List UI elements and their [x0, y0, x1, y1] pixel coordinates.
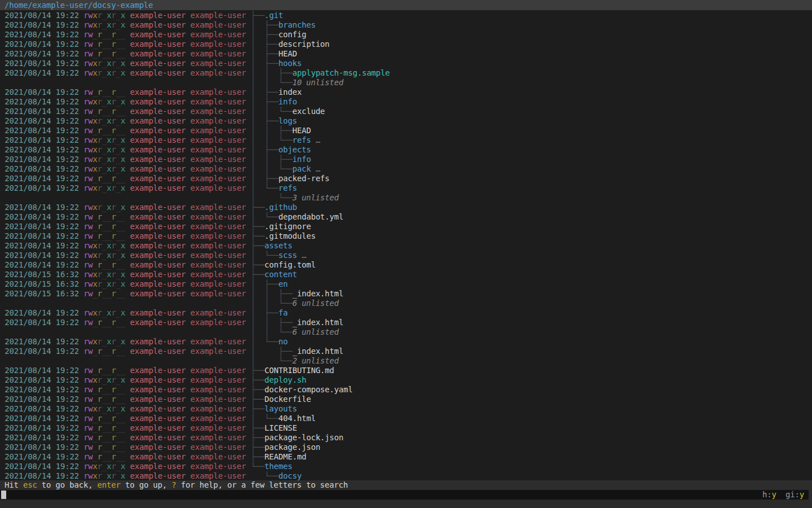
entry-name[interactable]: pack	[292, 164, 311, 173]
tree-row[interactable]: 2021/08/14 19:22 rw_r__r__ example-user …	[0, 433, 812, 443]
entry-name[interactable]: applypatch-msg.sample	[292, 68, 390, 77]
entry-name[interactable]: _index.html	[292, 318, 343, 327]
entry-name[interactable]: themes	[264, 462, 292, 471]
entry-name[interactable]: layouts	[264, 404, 297, 413]
entry-name[interactable]: README.md	[264, 452, 306, 461]
tree-row[interactable]: 2021/08/14 19:22 rwxr_xr_x example-user …	[0, 203, 812, 212]
entry-name[interactable]: 6 unlisted	[292, 299, 338, 308]
entry-name[interactable]: en	[279, 279, 288, 288]
entry-name[interactable]: 2 unlisted	[292, 356, 338, 365]
entry-name[interactable]: 404.html	[279, 414, 316, 423]
entry-name[interactable]: _index.html	[292, 289, 343, 298]
entry-name[interactable]: branches	[279, 20, 316, 29]
tree-row[interactable]: 2021/08/14 19:22 rwxr_xr_x example-user …	[0, 337, 812, 347]
tree-row[interactable]: 2021/08/14 19:22 rw_r__r__ example-user …	[0, 366, 812, 375]
tree-row[interactable]: 2021/08/14 19:22 rw_r__r__ example-user …	[0, 126, 812, 135]
entry-name[interactable]: refs	[279, 183, 297, 192]
tree-row[interactable]: 2021/08/14 19:22 rwxr_xr_x example-user …	[0, 251, 812, 260]
tree-row[interactable]: 2021/08/14 19:22 rwxr_xr_x example-user …	[0, 116, 812, 126]
entry-name[interactable]: fa	[279, 308, 288, 317]
entry-name[interactable]: 3 unlisted	[292, 193, 338, 202]
entry-name[interactable]: config	[279, 30, 306, 39]
entry-name[interactable]: refs	[292, 135, 311, 144]
tree-row[interactable]: 2021/08/14 19:22 rw_r__r__ example-user …	[0, 443, 812, 452]
tree-row[interactable]: 2021/08/14 19:22 rw_r__r__ example-user …	[0, 30, 812, 40]
tree-row[interactable]: │ │ └──6 unlisted	[0, 299, 812, 308]
tree-row[interactable]: 2021/08/14 19:22 rwxr_xr_x example-user …	[0, 462, 812, 471]
entry-name[interactable]: 6 unlisted	[292, 327, 338, 336]
tree-row[interactable]: 2021/08/14 19:22 rwxr_xr_x example-user …	[0, 20, 812, 30]
entry-name[interactable]: config.toml	[264, 260, 316, 269]
entry-name[interactable]: assets	[264, 241, 292, 250]
tree-row[interactable]: 2021/08/14 19:22 rwxr_xr_x example-user …	[0, 59, 812, 68]
entry-name[interactable]: LICENSE	[264, 423, 297, 432]
entry-name[interactable]: 10 unlisted	[292, 78, 343, 87]
entry-name[interactable]: .gitignore	[264, 222, 311, 231]
tree-row[interactable]: 2021/08/14 19:22 rwxr_xr_x example-user …	[0, 135, 812, 145]
tree-row[interactable]: 2021/08/14 19:22 rw_r__r__ example-user …	[0, 40, 812, 49]
tree-row[interactable]: 2021/08/15 16:32 rw_r__r__ example-user …	[0, 289, 812, 299]
entry-name[interactable]: index	[279, 87, 302, 97]
tree-row[interactable]: 2021/08/14 19:22 rw_r__r__ example-user …	[0, 347, 812, 356]
tree-row[interactable]: 2021/08/14 19:22 rwxr_xr_x example-user …	[0, 155, 812, 164]
tree-row[interactable]: 2021/08/14 19:22 rw_r__r__ example-user …	[0, 231, 812, 241]
entry-name[interactable]: packed-refs	[279, 174, 330, 183]
tree-row[interactable]: 2021/08/14 19:22 rw_r__r__ example-user …	[0, 260, 812, 270]
tree-row[interactable]: 2021/08/14 19:22 rw_r__r__ example-user …	[0, 49, 812, 59]
entry-name[interactable]: content	[264, 270, 297, 279]
entry-name[interactable]: HEAD	[292, 126, 311, 135]
tree-row[interactable]: 2021/08/14 19:22 rw_r__r__ example-user …	[0, 423, 812, 433]
entry-name[interactable]: Dockerfile	[264, 395, 311, 404]
tree-row[interactable]: 2021/08/14 19:22 rw_r__r__ example-user …	[0, 212, 812, 222]
tree-row[interactable]: 2021/08/14 19:22 rwxr_xr_x example-user …	[0, 68, 812, 78]
tree-row[interactable]: 2021/08/14 19:22 rw_r__r__ example-user …	[0, 452, 812, 462]
entry-name[interactable]: no	[279, 337, 288, 346]
tree-row[interactable]: 2021/08/15 16:32 rwxr_xr_x example-user …	[0, 270, 812, 279]
entry-name[interactable]: CONTRIBUTING.md	[264, 366, 334, 375]
tree-row[interactable]: 2021/08/14 19:22 rw_r__r__ example-user …	[0, 318, 812, 327]
entry-name[interactable]: HEAD	[279, 49, 297, 58]
tree-row[interactable]: 2021/08/14 19:22 rwxr_xr_x example-user …	[0, 375, 812, 385]
entry-name[interactable]: .git	[264, 11, 283, 20]
tree-row[interactable]: 2021/08/14 19:22 rwxr_xr_x example-user …	[0, 183, 812, 193]
permissions	[83, 327, 125, 336]
entry-name[interactable]: info	[292, 155, 311, 164]
tree-row[interactable]: 2021/08/14 19:22 rw_r__r__ example-user …	[0, 395, 812, 404]
search-input[interactable]: h:y gi:y	[0, 490, 809, 500]
tree-row[interactable]: 2021/08/14 19:22 rwxr_xr_x example-user …	[0, 471, 812, 480]
entry-name[interactable]: package.json	[264, 443, 320, 452]
entry-name[interactable]: docsy	[279, 471, 302, 480]
tree-row[interactable]: 2021/08/14 19:22 rw_r__r__ example-user …	[0, 385, 812, 395]
entry-name[interactable]: exclude	[292, 107, 325, 116]
tree-row[interactable]: 2021/08/14 19:22 rwxr_xr_x example-user …	[0, 404, 812, 414]
tree-row[interactable]: 2021/08/14 19:22 rwxr_xr_x example-user …	[0, 97, 812, 107]
entry-name[interactable]: scss	[279, 251, 297, 260]
tree-row[interactable]: 2021/08/14 19:22 rw_r__r__ example-user …	[0, 222, 812, 231]
entry-name[interactable]: _index.html	[292, 347, 343, 356]
entry-name[interactable]: description	[279, 40, 330, 49]
entry-name[interactable]: info	[279, 97, 297, 106]
tree-row[interactable]: │ │ └──6 unlisted	[0, 327, 812, 337]
tree-row[interactable]: 2021/08/14 19:22 rw_r__r__ example-user …	[0, 87, 812, 97]
tree-row[interactable]: 2021/08/14 19:22 rwxr_xr_x example-user …	[0, 164, 812, 174]
tree-row[interactable]: │ │ └──10 unlisted	[0, 78, 812, 87]
entry-name[interactable]: dependabot.yml	[279, 212, 343, 221]
tree-row[interactable]: 2021/08/15 16:32 rwxr_xr_x example-user …	[0, 279, 812, 289]
tree-row[interactable]: 2021/08/14 19:22 rw_r__r__ example-user …	[0, 174, 812, 183]
tree-row[interactable]: 2021/08/14 19:22 rwxr_xr_x example-user …	[0, 241, 812, 251]
entry-name[interactable]: objects	[279, 145, 311, 154]
tree-row[interactable]: │ └──3 unlisted	[0, 193, 812, 203]
tree-row[interactable]: 2021/08/14 19:22 rwxr_xr_x example-user …	[0, 308, 812, 318]
tree-row[interactable]: 2021/08/14 19:22 rwxr_xr_x example-user …	[0, 11, 812, 20]
entry-name[interactable]: deploy.sh	[264, 375, 306, 384]
entry-name[interactable]: logs	[279, 116, 297, 125]
entry-name[interactable]: .gitmodules	[264, 231, 316, 240]
tree-row[interactable]: 2021/08/14 19:22 rwxr_xr_x example-user …	[0, 145, 812, 155]
tree-row[interactable]: │ └──2 unlisted	[0, 356, 812, 366]
entry-name[interactable]: docker-compose.yaml	[264, 385, 352, 394]
tree-row[interactable]: 2021/08/14 19:22 rw_r__r__ example-user …	[0, 414, 812, 423]
entry-name[interactable]: package-lock.json	[264, 433, 343, 442]
entry-name[interactable]: hooks	[279, 59, 302, 68]
tree-row[interactable]: 2021/08/14 19:22 rw_r__r__ example-user …	[0, 107, 812, 116]
entry-name[interactable]: .github	[264, 203, 297, 212]
